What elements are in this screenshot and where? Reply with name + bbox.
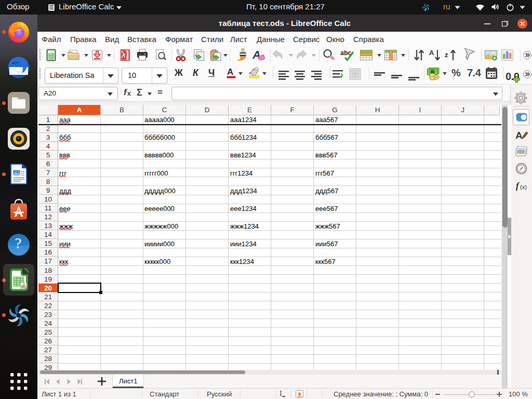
svg-text:A: A <box>227 67 233 77</box>
svg-text:?: ? <box>15 235 22 251</box>
svg-text:A: A <box>429 49 434 57</box>
svg-text:A: A <box>515 130 523 141</box>
svg-text:z: z <box>445 51 448 59</box>
